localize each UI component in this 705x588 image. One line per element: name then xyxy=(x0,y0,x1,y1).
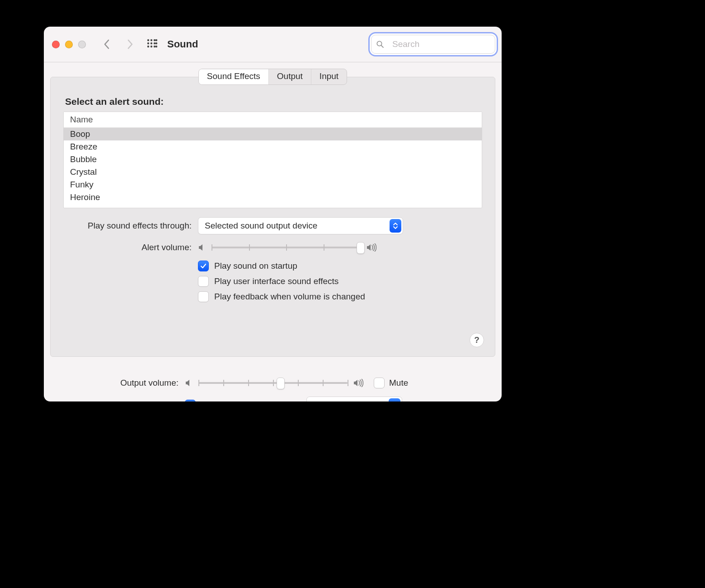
speaker-low-icon xyxy=(185,379,193,387)
speaker-high-icon xyxy=(366,243,378,252)
table-row[interactable]: Crystal xyxy=(64,166,482,178)
through-label: Play sound effects through: xyxy=(63,221,198,231)
svg-point-5 xyxy=(150,42,152,44)
search-input[interactable] xyxy=(391,39,500,50)
table-row[interactable]: Funky xyxy=(64,178,482,191)
popup-stepper-icon xyxy=(390,219,401,233)
search-icon xyxy=(376,40,384,48)
show-in-menubar-checkbox[interactable] xyxy=(185,400,196,401)
tab-input[interactable]: Input xyxy=(311,69,347,84)
nav-buttons xyxy=(100,38,136,51)
page-title: Sound xyxy=(167,38,198,50)
table-row[interactable]: Bubble xyxy=(64,153,482,166)
svg-point-7 xyxy=(147,46,149,47)
traffic-lights xyxy=(52,41,86,48)
svg-point-1 xyxy=(150,39,152,41)
slider-thumb[interactable] xyxy=(357,242,365,254)
window-toolbar: Sound xyxy=(44,27,502,62)
footer-section: Output volume: xyxy=(50,369,495,401)
help-label: ? xyxy=(474,335,479,345)
show-in-menubar-label: Show Sound in menu bar xyxy=(200,400,296,401)
volume-feedback-checkbox[interactable] xyxy=(198,291,209,302)
output-volume-label: Output volume: xyxy=(50,378,185,388)
canvas: Sound Sound Effects Output Input Selec xyxy=(0,0,705,588)
tab-sound-effects[interactable]: Sound Effects xyxy=(199,69,268,84)
startup-sound-checkbox[interactable] xyxy=(198,261,209,271)
svg-point-4 xyxy=(147,42,149,44)
table-row[interactable]: Breeze xyxy=(64,140,482,153)
all-preferences-button[interactable] xyxy=(146,38,158,50)
svg-line-14 xyxy=(381,46,384,48)
help-button[interactable]: ? xyxy=(470,333,484,347)
column-header-name[interactable]: Name xyxy=(64,112,482,128)
ui-sound-effects-checkbox[interactable] xyxy=(198,276,209,287)
speaker-low-icon xyxy=(198,243,206,252)
tab-output[interactable]: Output xyxy=(268,69,311,84)
alert-volume-slider[interactable] xyxy=(198,243,378,252)
slider-track xyxy=(212,247,361,248)
svg-point-8 xyxy=(150,46,152,47)
maximize-button-disabled xyxy=(78,41,86,48)
chevron-right-icon xyxy=(127,39,133,49)
mute-label: Mute xyxy=(389,378,408,388)
forward-button-disabled xyxy=(124,38,136,51)
speaker-high-icon xyxy=(353,379,365,387)
chevron-left-icon xyxy=(103,39,110,49)
menubar-mode-value: always xyxy=(313,400,339,401)
svg-point-6 xyxy=(154,42,155,44)
output-volume-slider[interactable] xyxy=(185,379,365,387)
slider-track xyxy=(198,382,348,384)
startup-sound-label: Play sound on startup xyxy=(214,261,297,271)
volume-feedback-label: Play feedback when volume is changed xyxy=(214,292,365,302)
alert-sounds-rows: Boop Breeze Bubble Crystal Funky Heroine xyxy=(64,128,482,208)
svg-point-12 xyxy=(155,46,157,47)
alert-sound-heading: Select an alert sound: xyxy=(65,96,482,107)
tabs: Sound Effects Output Input xyxy=(50,69,495,85)
check-icon xyxy=(200,263,207,269)
table-row[interactable]: Heroine xyxy=(64,191,482,204)
mute-checkbox[interactable] xyxy=(374,378,385,388)
sound-effects-panel: Select an alert sound: Name Boop Breeze … xyxy=(50,77,495,357)
output-device-popup[interactable]: Selected sound output device xyxy=(198,217,403,234)
preferences-window: Sound Sound Effects Output Input Selec xyxy=(44,27,502,401)
svg-point-0 xyxy=(147,39,149,41)
segmented-control: Sound Effects Output Input xyxy=(198,69,347,85)
table-row[interactable]: Boop xyxy=(64,128,482,140)
grid-icon xyxy=(146,38,158,50)
svg-point-2 xyxy=(154,39,155,41)
effects-form: Play sound effects through: Selected sou… xyxy=(63,217,482,302)
search-field[interactable] xyxy=(371,35,495,54)
close-button[interactable] xyxy=(52,41,60,48)
alert-volume-label: Alert volume: xyxy=(63,243,198,252)
slider-thumb[interactable] xyxy=(277,378,285,389)
alert-sounds-table: Name Boop Breeze Bubble Crystal Funky He… xyxy=(63,112,482,208)
menubar-mode-popup[interactable]: always xyxy=(306,397,402,401)
back-button[interactable] xyxy=(100,38,113,51)
svg-point-9 xyxy=(154,46,155,47)
content-area: Sound Effects Output Input Select an ale… xyxy=(44,69,502,401)
svg-point-10 xyxy=(155,39,157,41)
output-device-value: Selected sound output device xyxy=(205,221,317,231)
popup-stepper-icon xyxy=(389,398,400,401)
checkbox-group: Play sound on startup Play user interfac… xyxy=(198,261,482,302)
ui-sound-effects-label: Play user interface sound effects xyxy=(214,276,338,286)
minimize-button[interactable] xyxy=(65,41,73,48)
svg-point-11 xyxy=(155,42,157,44)
